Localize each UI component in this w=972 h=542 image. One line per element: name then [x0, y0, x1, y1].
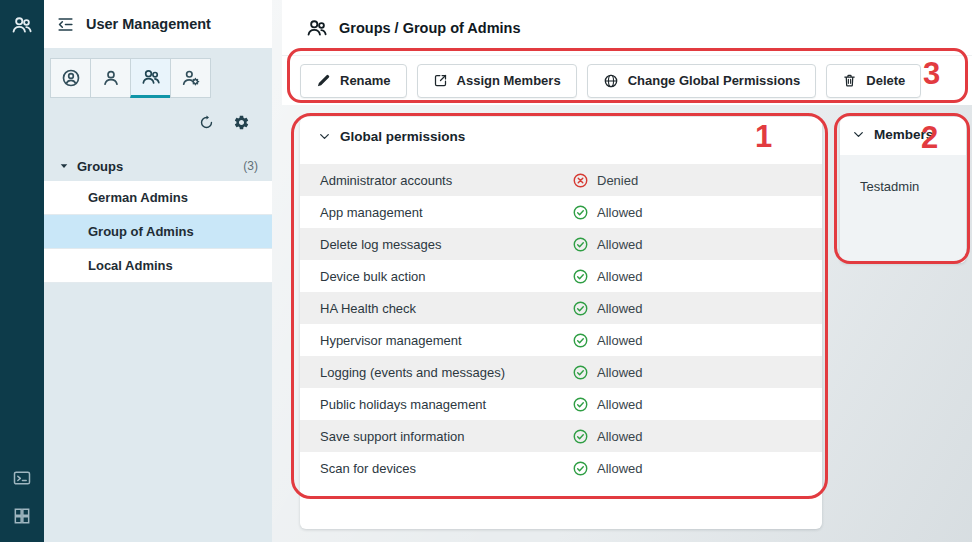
global-permissions-header[interactable]: Global permissions — [300, 117, 822, 148]
settings-gear-icon[interactable] — [233, 114, 250, 131]
groups-tree: Groups (3) German Admins Group of Admins… — [44, 151, 272, 283]
app-root: User Management Groups (3) — [0, 0, 972, 542]
status-text: Allowed — [597, 269, 643, 284]
trash-icon — [842, 73, 857, 88]
tree-root-label: Groups — [77, 159, 123, 174]
permission-name: Scan for devices — [320, 461, 572, 476]
refresh-icon[interactable] — [198, 114, 215, 131]
tree-count-badge: (3) — [243, 159, 258, 173]
tree-item-label: Local Admins — [88, 258, 173, 273]
tree-item-label: German Admins — [88, 190, 188, 205]
main-header-block: Groups / Group of Admins Rename Assign M… — [282, 0, 972, 105]
permission-status-cell: Allowed — [572, 236, 643, 253]
delete-button[interactable]: Delete — [826, 64, 921, 98]
check-circle-icon — [572, 460, 589, 477]
caret-down-icon — [58, 160, 70, 172]
globe-icon — [603, 73, 619, 89]
permissions-table: Administrator accounts Denied App manage… — [300, 164, 822, 484]
change-global-permissions-button-label: Change Global Permissions — [628, 73, 801, 88]
tab-roles[interactable] — [170, 58, 211, 98]
status-text: Allowed — [597, 205, 643, 220]
change-global-permissions-button[interactable]: Change Global Permissions — [587, 64, 817, 98]
permission-status-cell: Allowed — [572, 396, 643, 413]
table-row: Delete log messages Allowed — [300, 228, 822, 260]
apps-grid-icon[interactable] — [12, 506, 32, 526]
app-title: User Management — [86, 16, 211, 32]
status-text: Allowed — [597, 461, 643, 476]
account-circle-icon — [61, 68, 81, 88]
check-circle-icon — [572, 236, 589, 253]
activity-bar — [0, 0, 44, 542]
toolbar: Rename Assign Members Change Global Perm… — [282, 56, 972, 105]
terminal-icon[interactable] — [12, 468, 32, 488]
tab-users[interactable] — [90, 58, 131, 98]
status-text: Allowed — [597, 333, 643, 348]
status-text: Allowed — [597, 365, 643, 380]
permission-status-cell: Allowed — [572, 364, 643, 381]
x-circle-icon — [572, 172, 589, 189]
tab-accounts[interactable] — [50, 58, 91, 98]
table-row: Hypervisor management Allowed — [300, 324, 822, 356]
rename-button[interactable]: Rename — [300, 64, 407, 98]
sidebar-actions — [44, 98, 272, 139]
permission-status-cell: Denied — [572, 172, 638, 189]
sidebar-tabs — [44, 48, 272, 98]
status-text: Denied — [597, 173, 638, 188]
rename-button-label: Rename — [340, 73, 391, 88]
permission-name: Administrator accounts — [320, 173, 572, 188]
check-circle-icon — [572, 300, 589, 317]
permission-name: Device bulk action — [320, 269, 572, 284]
sidebar-header: User Management — [44, 0, 272, 48]
check-circle-icon — [572, 332, 589, 349]
table-row: Administrator accounts Denied — [300, 164, 822, 196]
assign-members-button[interactable]: Assign Members — [417, 64, 577, 98]
page-title: Groups / Group of Admins — [339, 20, 521, 36]
list-item-member[interactable]: Testadmin — [840, 155, 966, 194]
tree-item-group-of-admins[interactable]: Group of Admins — [44, 215, 272, 249]
members-panel: Members Testadmin — [840, 117, 966, 263]
chevron-down-icon — [852, 128, 865, 141]
menu-fold-icon[interactable] — [56, 15, 75, 34]
check-circle-icon — [572, 268, 589, 285]
status-text: Allowed — [597, 397, 643, 412]
table-row: Logging (events and messages) Allowed — [300, 356, 822, 388]
breadcrumb: Groups / Group of Admins — [282, 0, 972, 56]
table-row: HA Health check Allowed — [300, 292, 822, 324]
status-text: Allowed — [597, 237, 643, 252]
check-circle-icon — [572, 428, 589, 445]
users-group-icon — [306, 17, 328, 39]
tree-root-groups[interactable]: Groups (3) — [44, 151, 272, 181]
status-text: Allowed — [597, 429, 643, 444]
tree-item-label: Group of Admins — [88, 224, 194, 239]
permission-status-cell: Allowed — [572, 460, 643, 477]
tab-groups[interactable] — [130, 58, 171, 98]
tree-item-german-admins[interactable]: German Admins — [44, 181, 272, 215]
permission-status-cell: Allowed — [572, 332, 643, 349]
table-row: Scan for devices Allowed — [300, 452, 822, 484]
users-group-icon — [141, 67, 161, 87]
check-circle-icon — [572, 364, 589, 381]
permission-status-cell: Allowed — [572, 268, 643, 285]
permission-name: App management — [320, 205, 572, 220]
pencil-icon — [316, 73, 331, 88]
members-title: Members — [874, 127, 933, 142]
permission-name: Public holidays management — [320, 397, 572, 412]
permission-status-cell: Allowed — [572, 204, 643, 221]
permission-status-cell: Allowed — [572, 428, 643, 445]
members-header[interactable]: Members — [840, 117, 966, 146]
users-group-icon[interactable] — [11, 14, 33, 36]
chevron-down-icon — [318, 130, 331, 143]
members-list: Testadmin — [840, 155, 966, 263]
table-row: Device bulk action Allowed — [300, 260, 822, 292]
user-icon — [101, 68, 121, 88]
permission-name: Hypervisor management — [320, 333, 572, 348]
table-row: Public holidays management Allowed — [300, 388, 822, 420]
table-row: Save support information Allowed — [300, 420, 822, 452]
permission-name: Logging (events and messages) — [320, 365, 572, 380]
table-row: App management Allowed — [300, 196, 822, 228]
global-permissions-panel: Global permissions Administrator account… — [300, 117, 822, 529]
permission-name: Delete log messages — [320, 237, 572, 252]
tree-item-local-admins[interactable]: Local Admins — [44, 249, 272, 283]
permission-name: Save support information — [320, 429, 572, 444]
assign-members-icon — [433, 73, 448, 88]
